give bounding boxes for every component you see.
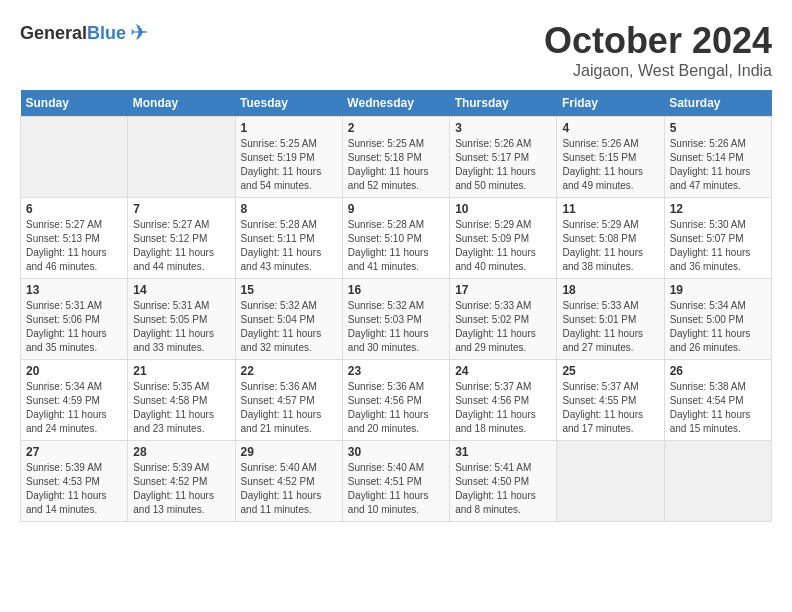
calendar-cell: 15 Sunrise: 5:32 AM Sunset: 5:04 PM Dayl…	[235, 279, 342, 360]
calendar-cell: 31 Sunrise: 5:41 AM Sunset: 4:50 PM Dayl…	[450, 441, 557, 522]
day-number: 24	[455, 364, 551, 378]
calendar-cell: 18 Sunrise: 5:33 AM Sunset: 5:01 PM Dayl…	[557, 279, 664, 360]
sunrise-text: Sunrise: 5:38 AM	[670, 381, 746, 392]
cell-content: Sunrise: 5:37 AM Sunset: 4:56 PM Dayligh…	[455, 380, 551, 436]
sunrise-text: Sunrise: 5:34 AM	[670, 300, 746, 311]
sunset-text: Sunset: 4:50 PM	[455, 476, 529, 487]
sunset-text: Sunset: 4:56 PM	[455, 395, 529, 406]
day-header-row: SundayMondayTuesdayWednesdayThursdayFrid…	[21, 90, 772, 117]
cell-content: Sunrise: 5:36 AM Sunset: 4:56 PM Dayligh…	[348, 380, 444, 436]
day-number: 18	[562, 283, 658, 297]
daylight-text: Daylight: 11 hours and 36 minutes.	[670, 247, 751, 272]
calendar-cell: 23 Sunrise: 5:36 AM Sunset: 4:56 PM Dayl…	[342, 360, 449, 441]
cell-content: Sunrise: 5:32 AM Sunset: 5:03 PM Dayligh…	[348, 299, 444, 355]
sunset-text: Sunset: 5:13 PM	[26, 233, 100, 244]
cell-content: Sunrise: 5:34 AM Sunset: 4:59 PM Dayligh…	[26, 380, 122, 436]
calendar-cell: 16 Sunrise: 5:32 AM Sunset: 5:03 PM Dayl…	[342, 279, 449, 360]
calendar-body: 1 Sunrise: 5:25 AM Sunset: 5:19 PM Dayli…	[21, 117, 772, 522]
cell-content: Sunrise: 5:25 AM Sunset: 5:18 PM Dayligh…	[348, 137, 444, 193]
sunset-text: Sunset: 4:53 PM	[26, 476, 100, 487]
cell-content: Sunrise: 5:32 AM Sunset: 5:04 PM Dayligh…	[241, 299, 337, 355]
sunrise-text: Sunrise: 5:31 AM	[133, 300, 209, 311]
daylight-text: Daylight: 11 hours and 46 minutes.	[26, 247, 107, 272]
daylight-text: Daylight: 11 hours and 40 minutes.	[455, 247, 536, 272]
sunset-text: Sunset: 4:57 PM	[241, 395, 315, 406]
daylight-text: Daylight: 11 hours and 14 minutes.	[26, 490, 107, 515]
calendar-cell: 5 Sunrise: 5:26 AM Sunset: 5:14 PM Dayli…	[664, 117, 771, 198]
calendar-week-row: 20 Sunrise: 5:34 AM Sunset: 4:59 PM Dayl…	[21, 360, 772, 441]
calendar-week-row: 27 Sunrise: 5:39 AM Sunset: 4:53 PM Dayl…	[21, 441, 772, 522]
calendar-cell	[664, 441, 771, 522]
logo-general-text: General	[20, 23, 87, 43]
day-number: 27	[26, 445, 122, 459]
calendar-cell: 27 Sunrise: 5:39 AM Sunset: 4:53 PM Dayl…	[21, 441, 128, 522]
day-number: 22	[241, 364, 337, 378]
daylight-text: Daylight: 11 hours and 17 minutes.	[562, 409, 643, 434]
sunrise-text: Sunrise: 5:25 AM	[241, 138, 317, 149]
daylight-text: Daylight: 11 hours and 10 minutes.	[348, 490, 429, 515]
calendar-cell	[21, 117, 128, 198]
day-number: 16	[348, 283, 444, 297]
sunrise-text: Sunrise: 5:40 AM	[241, 462, 317, 473]
daylight-text: Daylight: 11 hours and 8 minutes.	[455, 490, 536, 515]
sunrise-text: Sunrise: 5:28 AM	[348, 219, 424, 230]
sunset-text: Sunset: 5:14 PM	[670, 152, 744, 163]
calendar-cell: 26 Sunrise: 5:38 AM Sunset: 4:54 PM Dayl…	[664, 360, 771, 441]
day-number: 10	[455, 202, 551, 216]
daylight-text: Daylight: 11 hours and 27 minutes.	[562, 328, 643, 353]
calendar-cell: 22 Sunrise: 5:36 AM Sunset: 4:57 PM Dayl…	[235, 360, 342, 441]
sunset-text: Sunset: 5:09 PM	[455, 233, 529, 244]
location-subtitle: Jaigaon, West Bengal, India	[544, 62, 772, 80]
cell-content: Sunrise: 5:36 AM Sunset: 4:57 PM Dayligh…	[241, 380, 337, 436]
day-of-week-header: Friday	[557, 90, 664, 117]
day-number: 9	[348, 202, 444, 216]
calendar-cell	[557, 441, 664, 522]
sunset-text: Sunset: 5:03 PM	[348, 314, 422, 325]
day-number: 4	[562, 121, 658, 135]
sunset-text: Sunset: 5:04 PM	[241, 314, 315, 325]
cell-content: Sunrise: 5:39 AM Sunset: 4:52 PM Dayligh…	[133, 461, 229, 517]
calendar-week-row: 6 Sunrise: 5:27 AM Sunset: 5:13 PM Dayli…	[21, 198, 772, 279]
daylight-text: Daylight: 11 hours and 50 minutes.	[455, 166, 536, 191]
daylight-text: Daylight: 11 hours and 23 minutes.	[133, 409, 214, 434]
day-number: 7	[133, 202, 229, 216]
daylight-text: Daylight: 11 hours and 35 minutes.	[26, 328, 107, 353]
cell-content: Sunrise: 5:26 AM Sunset: 5:17 PM Dayligh…	[455, 137, 551, 193]
calendar-cell: 10 Sunrise: 5:29 AM Sunset: 5:09 PM Dayl…	[450, 198, 557, 279]
daylight-text: Daylight: 11 hours and 44 minutes.	[133, 247, 214, 272]
sunrise-text: Sunrise: 5:28 AM	[241, 219, 317, 230]
calendar-cell: 8 Sunrise: 5:28 AM Sunset: 5:11 PM Dayli…	[235, 198, 342, 279]
calendar-cell: 29 Sunrise: 5:40 AM Sunset: 4:52 PM Dayl…	[235, 441, 342, 522]
daylight-text: Daylight: 11 hours and 21 minutes.	[241, 409, 322, 434]
day-number: 13	[26, 283, 122, 297]
calendar-cell	[128, 117, 235, 198]
calendar-cell: 11 Sunrise: 5:29 AM Sunset: 5:08 PM Dayl…	[557, 198, 664, 279]
sunrise-text: Sunrise: 5:41 AM	[455, 462, 531, 473]
sunrise-text: Sunrise: 5:26 AM	[455, 138, 531, 149]
logo: GeneralBlue ✈	[20, 20, 148, 46]
cell-content: Sunrise: 5:41 AM Sunset: 4:50 PM Dayligh…	[455, 461, 551, 517]
sunrise-text: Sunrise: 5:35 AM	[133, 381, 209, 392]
sunset-text: Sunset: 5:10 PM	[348, 233, 422, 244]
cell-content: Sunrise: 5:34 AM Sunset: 5:00 PM Dayligh…	[670, 299, 766, 355]
sunrise-text: Sunrise: 5:37 AM	[562, 381, 638, 392]
cell-content: Sunrise: 5:31 AM Sunset: 5:05 PM Dayligh…	[133, 299, 229, 355]
calendar-week-row: 13 Sunrise: 5:31 AM Sunset: 5:06 PM Dayl…	[21, 279, 772, 360]
daylight-text: Daylight: 11 hours and 41 minutes.	[348, 247, 429, 272]
sunrise-text: Sunrise: 5:27 AM	[26, 219, 102, 230]
sunrise-text: Sunrise: 5:29 AM	[562, 219, 638, 230]
sunset-text: Sunset: 5:11 PM	[241, 233, 315, 244]
sunset-text: Sunset: 4:59 PM	[26, 395, 100, 406]
calendar-cell: 6 Sunrise: 5:27 AM Sunset: 5:13 PM Dayli…	[21, 198, 128, 279]
cell-content: Sunrise: 5:40 AM Sunset: 4:52 PM Dayligh…	[241, 461, 337, 517]
calendar-table: SundayMondayTuesdayWednesdayThursdayFrid…	[20, 90, 772, 522]
sunrise-text: Sunrise: 5:39 AM	[133, 462, 209, 473]
day-of-week-header: Thursday	[450, 90, 557, 117]
sunset-text: Sunset: 5:00 PM	[670, 314, 744, 325]
title-area: October 2024 Jaigaon, West Bengal, India	[544, 20, 772, 80]
cell-content: Sunrise: 5:26 AM Sunset: 5:14 PM Dayligh…	[670, 137, 766, 193]
daylight-text: Daylight: 11 hours and 52 minutes.	[348, 166, 429, 191]
calendar-cell: 2 Sunrise: 5:25 AM Sunset: 5:18 PM Dayli…	[342, 117, 449, 198]
daylight-text: Daylight: 11 hours and 13 minutes.	[133, 490, 214, 515]
sunset-text: Sunset: 5:12 PM	[133, 233, 207, 244]
